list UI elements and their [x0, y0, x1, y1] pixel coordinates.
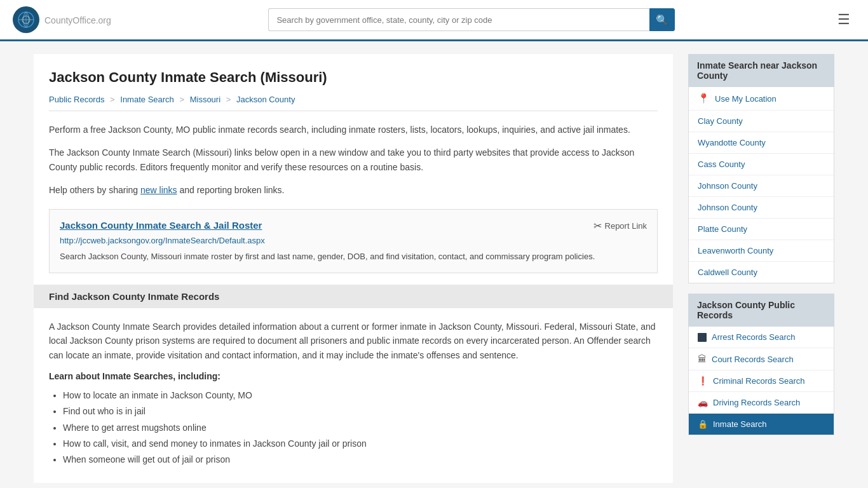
breadcrumb-inmate-search[interactable]: Inmate Search [120, 95, 174, 104]
sidebar-item-cass-county[interactable]: Cass County [689, 154, 834, 175]
breadcrumb: Public Records > Inmate Search > Missour… [49, 95, 658, 111]
link-description: Search Jackson County, Missouri inmate r… [60, 250, 647, 263]
sidebar-item-leavenworth-county[interactable]: Leavenworth County [689, 240, 834, 262]
list-item: How to locate an inmate in Jackson Count… [63, 388, 658, 403]
find-records-body: A Jackson County Inmate Search provides … [49, 320, 658, 362]
list-item: Where to get arrest mugshots online [63, 420, 658, 436]
breadcrumb-jackson-county[interactable]: Jackson County [236, 95, 295, 104]
breadcrumb-missouri[interactable]: Missouri [190, 95, 220, 104]
search-icon: 🔍 [656, 14, 668, 26]
report-link-button[interactable]: ✂ Report Link [593, 220, 647, 232]
learn-heading: Learn about Inmate Searches, including: [49, 371, 658, 381]
logo-area[interactable]: CountyOffice.org [13, 6, 111, 33]
sidebar: Inmate Search near Jackson County 📍 Use … [688, 54, 834, 483]
learn-section: Learn about Inmate Searches, including: … [49, 371, 658, 468]
court-icon: 🏛 [698, 354, 707, 364]
nearby-list: 📍 Use My Location Clay County Wyandotte … [688, 87, 834, 283]
public-records-header: Jackson County Public Records [688, 294, 834, 327]
sidebar-item-driving-records[interactable]: 🚗 Driving Records Search [689, 392, 834, 414]
sidebar-item-johnson-county-2[interactable]: Johnson County [689, 197, 834, 219]
nearby-header: Inmate Search near Jackson County [688, 54, 834, 87]
sidebar-item-wyandotte-county[interactable]: Wyandotte County [689, 132, 834, 154]
page-container: Jackson County Inmate Search (Missouri) … [21, 41, 847, 488]
menu-button[interactable]: ☰ [832, 9, 855, 30]
sidebar-item-platte-county[interactable]: Platte County [689, 219, 834, 240]
sidebar-item-court-records[interactable]: 🏛 Court Records Search [689, 348, 834, 370]
link-card: Jackson County Inmate Search & Jail Rost… [49, 209, 658, 274]
learn-list: How to locate an inmate in Jackson Count… [49, 388, 658, 468]
criminal-icon: ❗ [698, 376, 708, 386]
main-content: Jackson County Inmate Search (Missouri) … [34, 54, 673, 483]
logo-text: CountyOffice.org [44, 13, 111, 27]
list-item: Find out who is in jail [63, 403, 658, 419]
sidebar-item-inmate-search[interactable]: 🔒 Inmate Search [689, 414, 834, 435]
sidebar-item-arrest-records[interactable]: Arrest Records Search [689, 327, 834, 348]
breadcrumb-public-records[interactable]: Public Records [49, 95, 104, 104]
description-2: The Jackson County Inmate Search (Missou… [49, 146, 658, 174]
nearby-section: Inmate Search near Jackson County 📍 Use … [688, 54, 834, 283]
location-icon: 📍 [698, 93, 710, 104]
search-button[interactable]: 🔍 [649, 8, 675, 31]
list-item: When someone will get out of jail or pri… [63, 452, 658, 468]
arrest-icon [698, 333, 707, 342]
public-records-list: Arrest Records Search 🏛 Court Records Se… [688, 327, 834, 435]
logo-icon [13, 6, 39, 33]
search-area: 🔍 [268, 8, 675, 31]
sidebar-item-use-my-location[interactable]: 📍 Use My Location [689, 87, 834, 111]
driving-icon: 🚗 [698, 398, 708, 407]
new-links-link[interactable]: new links [140, 185, 177, 195]
search-input[interactable] [268, 8, 649, 31]
description-1: Perform a free Jackson County, MO public… [49, 123, 658, 137]
description-3: Help others by sharing new links and rep… [49, 183, 658, 197]
list-item: How to call, visit, and send money to in… [63, 436, 658, 452]
report-icon: ✂ [593, 220, 602, 232]
public-records-section: Jackson County Public Records Arrest Rec… [688, 294, 834, 435]
sidebar-item-criminal-records[interactable]: ❗ Criminal Records Search [689, 370, 834, 392]
sidebar-item-clay-county[interactable]: Clay County [689, 111, 834, 132]
site-header: CountyOffice.org 🔍 ☰ [0, 0, 868, 41]
sidebar-item-caldwell-county[interactable]: Caldwell County [689, 262, 834, 283]
find-records-header: Find Jackson County Inmate Records [34, 285, 673, 308]
page-title: Jackson County Inmate Search (Missouri) [49, 69, 658, 86]
link-card-title[interactable]: Jackson County Inmate Search & Jail Rost… [60, 220, 262, 231]
sidebar-item-johnson-county-1[interactable]: Johnson County [689, 175, 834, 197]
link-url[interactable]: http://jccweb.jacksongov.org/InmateSearc… [60, 236, 647, 245]
main-description: Perform a free Jackson County, MO public… [49, 123, 658, 198]
hamburger-icon: ☰ [837, 11, 850, 27]
inmate-icon: 🔒 [698, 419, 708, 429]
